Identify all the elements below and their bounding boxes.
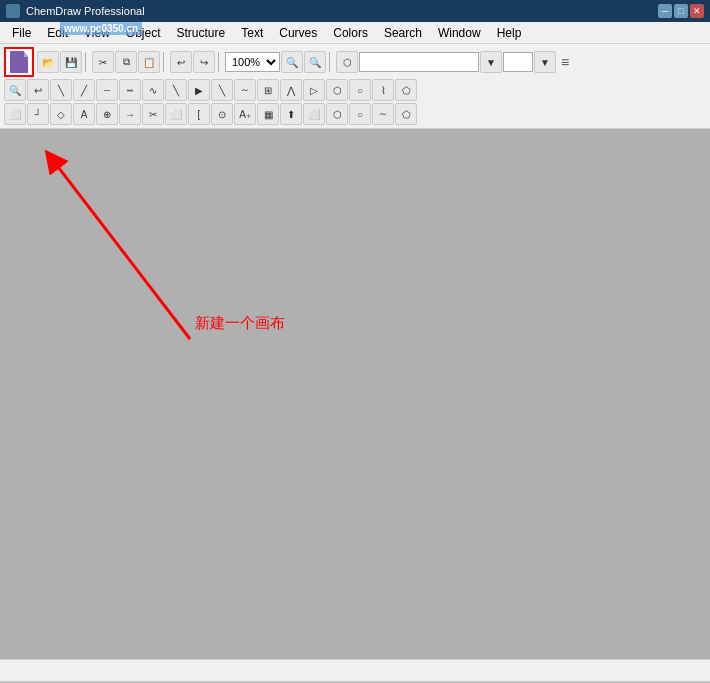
zoom-in-button[interactable]: 🔍 — [281, 51, 303, 73]
tool-erase[interactable]: ◇ — [50, 103, 72, 125]
dropdown-arrow[interactable]: ▼ — [480, 51, 502, 73]
zoom-select[interactable]: 100% 50% 200% — [225, 52, 280, 72]
tool-arrow[interactable]: ▷ — [303, 79, 325, 101]
tool-circle[interactable]: ○ — [349, 79, 371, 101]
tool-triangle[interactable]: ▶ — [188, 79, 210, 101]
tool-map[interactable]: ⬆ — [280, 103, 302, 125]
tool-select-rect[interactable]: ⬜ — [4, 103, 26, 125]
canvas-area[interactable]: 新建一个画布 — [0, 129, 710, 659]
menu-window[interactable]: Window — [430, 24, 489, 42]
separator-3 — [218, 52, 222, 72]
separator-1 — [85, 52, 89, 72]
toolbar-row-3: ⬜ ┘ ◇ A ⊕ → ✂ ⬜ [ ⊙ A₊ ▦ ⬆ ⬜ ⬡ ○ ～ ⬠ — [4, 102, 706, 126]
tool-wave3[interactable]: ～ — [372, 103, 394, 125]
menu-help[interactable]: Help — [489, 24, 530, 42]
app-icon — [6, 4, 20, 18]
title-bar: ChemDraw Professional ─ □ ✕ — [0, 0, 710, 22]
minimize-button[interactable]: ─ — [658, 4, 672, 18]
tool-dashed2[interactable]: ┅ — [119, 79, 141, 101]
separator-2 — [163, 52, 167, 72]
scrollbar-icon: ≡ — [561, 54, 569, 70]
tool-scissors[interactable]: ✂ — [142, 103, 164, 125]
tool-curly[interactable]: ～ — [234, 79, 256, 101]
tool-text-plus[interactable]: A₊ — [234, 103, 256, 125]
tool-dashed[interactable]: ┄ — [96, 79, 118, 101]
svg-line-1 — [52, 159, 190, 339]
tool-table[interactable]: ▦ — [257, 103, 279, 125]
close-button[interactable]: ✕ — [690, 4, 704, 18]
toolbar-container: 📂 💾 ✂ ⧉ 📋 ↩ ↪ 100% 50% 200% 🔍 🔍 ⬡ ▼ ▼ ≡ … — [0, 44, 710, 129]
tool-arrow-right[interactable]: → — [119, 103, 141, 125]
save-button[interactable]: 💾 — [60, 51, 82, 73]
menu-view[interactable]: View — [76, 24, 118, 42]
tool-charge[interactable]: ⊕ — [96, 103, 118, 125]
menu-curves[interactable]: Curves — [271, 24, 325, 42]
menu-text[interactable]: Text — [233, 24, 271, 42]
tool-square-bracket[interactable]: [ — [188, 103, 210, 125]
window-controls: ─ □ ✕ — [658, 4, 704, 18]
redo-button[interactable]: ↪ — [193, 51, 215, 73]
tool-rotate[interactable]: ↩ — [27, 79, 49, 101]
menu-colors[interactable]: Colors — [325, 24, 376, 42]
maximize-button[interactable]: □ — [674, 4, 688, 18]
menu-search[interactable]: Search — [376, 24, 430, 42]
new-file-button[interactable] — [4, 47, 34, 77]
zoom-out-button[interactable]: 🔍 — [304, 51, 326, 73]
menu-edit[interactable]: Edit — [39, 24, 76, 42]
tool-penta2[interactable]: ⬠ — [395, 103, 417, 125]
toolbar-row-2: 🔍 ↩ ╲ ╱ ┄ ┅ ∿ ╲ ▶ ╲ ～ ⊞ ⋀ ▷ ⬡ ○ ⌇ ⬠ — [4, 78, 706, 102]
copy-button[interactable]: ⧉ — [115, 51, 137, 73]
tool-bold-line[interactable]: ╱ — [73, 79, 95, 101]
value-input[interactable] — [503, 52, 533, 72]
select-tool[interactable]: ⬡ — [336, 51, 358, 73]
menu-structure[interactable]: Structure — [169, 24, 234, 42]
tool-grid[interactable]: ⊞ — [257, 79, 279, 101]
tool-rect[interactable]: ⬜ — [165, 103, 187, 125]
tool-bond[interactable]: ╲ — [211, 79, 233, 101]
annotation-svg — [0, 129, 710, 659]
tool-lasso[interactable]: 🔍 — [4, 79, 26, 101]
tool-rect2[interactable]: ⬜ — [303, 103, 325, 125]
tool-arrow-line[interactable]: ╲ — [165, 79, 187, 101]
undo-button[interactable]: ↩ — [170, 51, 192, 73]
title-bar-text: ChemDraw Professional — [26, 5, 145, 17]
menu-object[interactable]: Object — [118, 24, 169, 42]
dropdown-arrow-2[interactable]: ▼ — [534, 51, 556, 73]
tool-circle2[interactable]: ○ — [349, 103, 371, 125]
menu-bar: File Edit View Object Structure Text Cur… — [0, 22, 710, 44]
tool-wave2[interactable]: ⌇ — [372, 79, 394, 101]
tool-pentagon[interactable]: ⬠ — [395, 79, 417, 101]
separator-4 — [329, 52, 333, 72]
tool-poly[interactable]: ⋀ — [280, 79, 302, 101]
tool-ring[interactable]: ⊙ — [211, 103, 233, 125]
tool-bracket[interactable]: ┘ — [27, 103, 49, 125]
paste-button[interactable]: 📋 — [138, 51, 160, 73]
new-file-icon — [10, 51, 28, 73]
toolbar-row-1: 📂 💾 ✂ ⧉ 📋 ↩ ↪ 100% 50% 200% 🔍 🔍 ⬡ ▼ ▼ ≡ — [4, 46, 706, 78]
status-bar — [0, 659, 710, 681]
cut-button[interactable]: ✂ — [92, 51, 114, 73]
tool-hexagon[interactable]: ⬡ — [326, 79, 348, 101]
menu-file[interactable]: File — [4, 24, 39, 42]
tool-line[interactable]: ╲ — [50, 79, 72, 101]
tool-hex2[interactable]: ⬡ — [326, 103, 348, 125]
tool-wavy[interactable]: ∿ — [142, 79, 164, 101]
open-button[interactable]: 📂 — [37, 51, 59, 73]
annotation-text: 新建一个画布 — [195, 314, 285, 333]
tool-text[interactable]: A — [73, 103, 95, 125]
name-input[interactable] — [359, 52, 479, 72]
